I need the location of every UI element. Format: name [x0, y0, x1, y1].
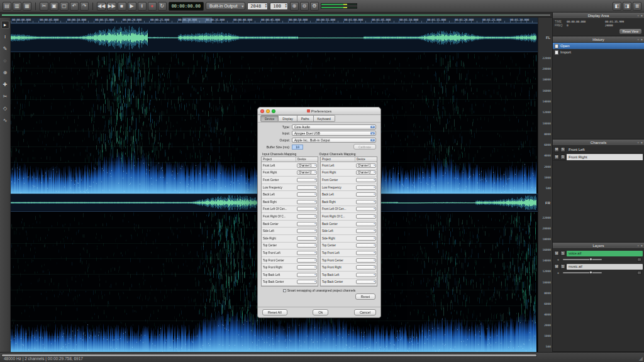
output-mapping-device-dropdown-7[interactable]: ▾ [356, 214, 376, 219]
panel-right-icon[interactable]: ◨ [623, 2, 631, 11]
pencil-tool-icon[interactable]: ✎ [1, 45, 9, 53]
history-item-import[interactable]: Import [553, 49, 644, 55]
stop-icon[interactable]: ■ [118, 2, 126, 11]
buffer-size-input[interactable]: 10 [292, 145, 303, 150]
output-mapping-device-dropdown-2[interactable]: ▾ [356, 178, 376, 182]
tab-device[interactable]: Device [260, 115, 279, 122]
slider-thumb-icon[interactable] [589, 271, 592, 274]
waveform-ch1[interactable] [11, 23, 538, 52]
mute-button[interactable]: M [554, 147, 559, 152]
slider-thumb-icon[interactable] [589, 258, 592, 261]
input-mapping-device-dropdown-15[interactable]: ▾ [297, 273, 317, 277]
cut-icon[interactable]: ✂ [40, 2, 48, 11]
zoom-in-icon[interactable]: ⊕ [290, 2, 299, 11]
panel-close-icon[interactable]: × [641, 141, 643, 145]
layer-volume-slider[interactable] [563, 272, 602, 273]
copy-icon[interactable]: ▣ [50, 2, 58, 11]
panel-collapse-icon[interactable]: ▫ [638, 244, 639, 248]
ibeam-tool-icon[interactable]: I [1, 33, 9, 41]
input-mapping-device-dropdown-2[interactable]: ▾ [297, 178, 317, 182]
input-mapping-device-dropdown-13[interactable]: ▾ [297, 258, 317, 263]
layer-row-0[interactable]: MSvoice.aif [553, 250, 644, 256]
mute-button[interactable]: M [554, 251, 559, 256]
paste-icon[interactable]: ▢ [60, 2, 69, 11]
panel-collapse-icon[interactable]: ▫ [638, 38, 639, 41]
type-dropdown[interactable]: Core Audio▾ [292, 124, 376, 129]
reset-all-button[interactable]: Reset All [262, 309, 287, 315]
input-mapping-device-dropdown-3[interactable]: ▾ [297, 185, 317, 190]
new-file-icon[interactable]: ▤ [3, 2, 11, 11]
mute-button[interactable]: M [554, 264, 559, 269]
reset-button[interactable]: Reset [355, 293, 375, 300]
channels-panel-header[interactable]: Channels▫× [553, 140, 644, 146]
output-mapping-device-dropdown-15[interactable]: ▾ [356, 273, 376, 277]
output-device-dropdown[interactable]: Built-in Output▾ [206, 2, 245, 10]
input-device-dropdown[interactable]: Apogee Duet USB▾ [292, 131, 376, 136]
scissors-tool-icon[interactable]: ✂ [1, 92, 9, 101]
solo-button[interactable]: S [560, 147, 565, 152]
add-icon[interactable]: + [556, 271, 560, 275]
tab-paths[interactable]: Paths [297, 115, 314, 122]
panel-collapse-icon[interactable]: ▫ [638, 141, 639, 145]
settings-gear-icon[interactable]: ⚙ [310, 2, 319, 11]
output-mapping-device-dropdown-9[interactable]: ▾ [356, 229, 376, 233]
solo-button[interactable]: S [560, 251, 565, 256]
output-mapping-device-dropdown-3[interactable]: ▾ [356, 185, 376, 190]
ok-button[interactable]: Ok [313, 309, 328, 315]
timeline-ruler[interactable]: 00:00:00.00000:00:05.00000:00:10.00000:0… [11, 18, 538, 23]
output-mapping-device-dropdown-10[interactable]: ▾ [356, 236, 376, 241]
input-mapping-device-dropdown-6[interactable]: ▾ [297, 207, 317, 211]
input-mapping-device-dropdown-5[interactable]: ▾ [297, 200, 317, 204]
input-mapping-device-dropdown-4[interactable]: ▾ [297, 192, 317, 197]
loop-icon[interactable]: ↻ [158, 2, 167, 11]
hand-tool-icon[interactable]: ✚ [1, 80, 9, 89]
output-mapping-device-dropdown-14[interactable]: ▾ [356, 265, 376, 270]
calibrate-button[interactable]: Calibrate [353, 144, 376, 150]
input-mapping-device-dropdown-7[interactable]: ▾ [297, 214, 317, 219]
channel-row-1[interactable]: MSFront Right [553, 153, 644, 161]
tab-keyboard[interactable]: Keyboard [314, 115, 335, 122]
menu-icon[interactable]: ≣ [633, 2, 641, 11]
smart-remap-checkbox[interactable]: ✓ [283, 289, 286, 292]
play-icon[interactable]: ▶ [128, 2, 136, 11]
solo-button[interactable]: S [560, 264, 565, 269]
panel-close-icon[interactable]: × [641, 38, 643, 41]
output-mapping-device-dropdown-16[interactable]: ▾ [356, 280, 376, 284]
output-mapping-device-dropdown-1[interactable]: Channel 2▾ [356, 170, 376, 175]
zoom-out-icon[interactable]: ⊖ [300, 2, 309, 11]
output-mapping-device-dropdown-8[interactable]: ▾ [356, 222, 376, 226]
input-mapping-device-dropdown-8[interactable]: ▾ [297, 222, 317, 226]
undo-icon[interactable]: ↶ [70, 2, 79, 11]
record-icon[interactable]: ● [148, 2, 157, 11]
panel-close-icon[interactable]: × [641, 244, 643, 248]
redo-icon[interactable]: ↷ [80, 2, 89, 11]
channel-row-0[interactable]: MSFront Left [553, 146, 644, 153]
output-mapping-device-dropdown-0[interactable]: Channel 1▾ [356, 163, 376, 168]
output-mapping-device-dropdown-4[interactable]: ▾ [356, 192, 376, 197]
input-mapping-device-dropdown-11[interactable]: ▾ [297, 243, 317, 248]
rate-stepper[interactable]: 100▲▼ [270, 3, 288, 10]
display-area-panel-header[interactable]: Display Area▫× [553, 13, 644, 19]
waveform-ch1-canvas[interactable] [11, 24, 536, 52]
maximize-window-icon[interactable] [272, 109, 275, 113]
resize-grip-icon[interactable]: ◢ [639, 356, 643, 361]
mute-button[interactable]: M [554, 155, 559, 160]
reset-view-button[interactable]: Reset View [619, 28, 642, 35]
output-mapping-device-dropdown-5[interactable]: ▾ [356, 200, 376, 204]
history-panel-header[interactable]: History▫× [553, 36, 644, 43]
pause-icon[interactable]: ‖ [138, 2, 147, 11]
layer-row-1[interactable]: MSmusic.aif [553, 263, 644, 270]
overview-strip[interactable] [0, 13, 552, 18]
minimize-window-icon[interactable] [266, 109, 270, 113]
history-item-open[interactable]: Open [553, 43, 644, 49]
input-mapping-device-dropdown-10[interactable]: ▾ [297, 236, 317, 241]
wave-tool-icon[interactable]: ∿ [1, 116, 9, 124]
zoom-tool-icon[interactable]: ⊕ [1, 69, 9, 77]
input-mapping-device-dropdown-9[interactable]: ▾ [297, 229, 317, 233]
output-mapping-device-dropdown-11[interactable]: ▾ [356, 243, 376, 248]
selection-tool-icon[interactable]: ▸ [1, 21, 9, 29]
fast-forward-icon[interactable]: ▶▶ [107, 2, 116, 11]
input-mapping-device-dropdown-12[interactable]: ▾ [297, 251, 317, 255]
solo-button[interactable]: S [560, 155, 565, 160]
panel-collapse-icon[interactable]: ▫ [638, 14, 639, 18]
